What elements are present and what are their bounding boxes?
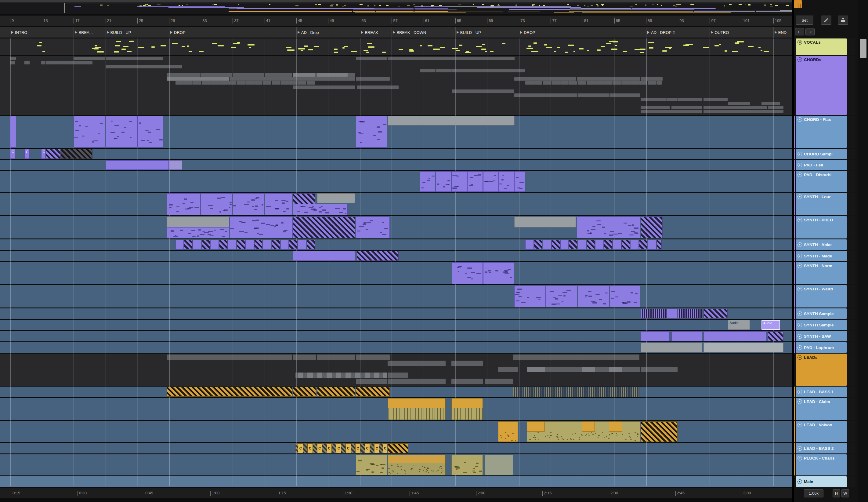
- zoom-level-display[interactable]: 1.00x: [804, 489, 824, 498]
- locator-intro[interactable]: INTRO: [10, 27, 27, 38]
- clip[interactable]: [587, 240, 595, 249]
- track-meter[interactable]: [848, 193, 856, 215]
- track-lane-lead-bass-1[interactable]: [0, 387, 792, 397]
- clip[interactable]: [237, 240, 245, 249]
- track-header-synth-sample[interactable]: ▸SYNTH Sample: [796, 320, 847, 330]
- clip[interactable]: [356, 216, 390, 238]
- clip[interactable]: [193, 240, 202, 249]
- locator-outro[interactable]: OUTRO: [710, 27, 729, 38]
- clip[interactable]: [546, 286, 577, 307]
- track-meter[interactable]: [848, 308, 856, 319]
- clip[interactable]: [485, 455, 513, 475]
- track-header-synth-lour[interactable]: ▾SYNTH - Lour: [796, 193, 847, 215]
- clip[interactable]: [74, 116, 105, 147]
- clip[interactable]: [293, 216, 355, 238]
- clip[interactable]: C: [298, 443, 303, 453]
- track-header-lead-bass-1[interactable]: ▸LEAD - BASS 1: [796, 387, 847, 397]
- clip[interactable]: C: [317, 443, 322, 453]
- track-meter[interactable]: [848, 56, 856, 115]
- clip[interactable]: C: [336, 443, 341, 453]
- clip[interactable]: [498, 421, 518, 442]
- clip[interactable]: [582, 421, 595, 432]
- track-header-lead-volvoo[interactable]: ▾LEAD - Volvoo: [796, 421, 847, 442]
- track-header-synth-saw[interactable]: ▸SYNTH - SAW: [796, 331, 847, 341]
- clip[interactable]: [289, 240, 298, 249]
- clip[interactable]: [293, 387, 316, 397]
- track-meter[interactable]: [848, 251, 856, 261]
- clip[interactable]: [293, 204, 348, 215]
- clip[interactable]: [167, 227, 229, 238]
- fold-arrow-icon[interactable]: ▾: [797, 218, 802, 222]
- arrangement-overview[interactable]: [0, 2, 868, 14]
- overview-viewport[interactable]: [64, 3, 840, 13]
- clip[interactable]: [388, 455, 445, 475]
- clip[interactable]: [639, 240, 648, 249]
- clip[interactable]: [483, 171, 499, 192]
- clip[interactable]: [388, 443, 408, 453]
- clip[interactable]: [560, 240, 569, 249]
- clip[interactable]: [46, 149, 60, 159]
- clip[interactable]: [703, 309, 728, 318]
- clip[interactable]: [595, 240, 604, 249]
- clip[interactable]: [499, 171, 514, 192]
- clip[interactable]: [671, 331, 702, 341]
- clip[interactable]: [578, 286, 609, 307]
- clip[interactable]: [356, 387, 390, 397]
- fold-arrow-icon[interactable]: ▾: [797, 423, 802, 427]
- clip[interactable]: [263, 240, 271, 249]
- vertical-scrollbar[interactable]: [858, 0, 868, 502]
- track-header-pad-lophrum[interactable]: ▸PAD - Lophrum: [796, 342, 847, 353]
- clip[interactable]: [534, 240, 542, 249]
- clip[interactable]: [435, 171, 451, 192]
- locator-brea[interactable]: BREA...: [74, 27, 92, 38]
- clip[interactable]: [525, 240, 534, 249]
- track-header-chord-flax[interactable]: ▾CHORD - Flax: [796, 116, 847, 148]
- clip[interactable]: [106, 160, 169, 170]
- track-meter[interactable]: [848, 160, 856, 170]
- track-meter[interactable]: [848, 477, 856, 487]
- fold-arrow-icon[interactable]: ▾: [797, 117, 802, 122]
- group-fold-icon[interactable]: ≡: [797, 40, 802, 44]
- clip[interactable]: [265, 193, 292, 215]
- track-header-synth-ablat[interactable]: ▸SYNTH - Ablat: [796, 239, 847, 250]
- track-header-chords[interactable]: ≡CHORDs: [796, 56, 847, 115]
- track-meter[interactable]: [848, 149, 856, 159]
- clip[interactable]: [452, 262, 483, 284]
- locator-ad-drop[interactable]: AD - Drop: [296, 27, 319, 38]
- track-header-vocals[interactable]: ≡VOCALs: [796, 39, 847, 55]
- clip[interactable]: [210, 240, 219, 249]
- clip[interactable]: [254, 240, 263, 249]
- group-fold-icon[interactable]: ≡: [797, 58, 802, 62]
- locator-drop[interactable]: DROP: [169, 27, 186, 38]
- clip[interactable]: [609, 286, 640, 307]
- clip[interactable]: C: [327, 443, 332, 453]
- clip[interactable]: [167, 387, 292, 397]
- track-header-pad-fell[interactable]: ▸PAD - Fell: [796, 160, 847, 170]
- track-lane-synth-norm[interactable]: [0, 262, 792, 284]
- locator-break-down[interactable]: BREAK - DOWN: [392, 27, 426, 38]
- clip[interactable]: [641, 309, 666, 318]
- clip[interactable]: [452, 455, 483, 475]
- fold-arrow-icon[interactable]: ▸: [797, 254, 802, 258]
- track-header-synth-sample[interactable]: ▸SYNTH Sample: [796, 308, 847, 319]
- clip[interactable]: [703, 342, 784, 352]
- track-meter[interactable]: [848, 285, 856, 307]
- clip[interactable]: C: [345, 443, 351, 453]
- track-meter[interactable]: [848, 216, 856, 238]
- clip[interactable]: [219, 240, 228, 249]
- track-meter[interactable]: [848, 331, 856, 341]
- locator-build-up[interactable]: BUILD - UP: [106, 27, 131, 38]
- clip[interactable]: [513, 387, 639, 397]
- clip[interactable]: [641, 331, 670, 341]
- clip[interactable]: [317, 193, 355, 203]
- nav-forward-button[interactable]: →: [805, 28, 815, 35]
- track-meter[interactable]: [848, 116, 856, 148]
- locator-break[interactable]: BREAK: [360, 27, 378, 38]
- nav-back-button[interactable]: ←: [795, 28, 804, 35]
- height-zoom-button[interactable]: H: [833, 489, 840, 498]
- clip[interactable]: C: [355, 443, 360, 453]
- clip[interactable]: [569, 240, 577, 249]
- midi-keyboard-button[interactable]: [794, 0, 802, 8]
- clip[interactable]: [106, 116, 137, 147]
- clip[interactable]: [641, 421, 678, 442]
